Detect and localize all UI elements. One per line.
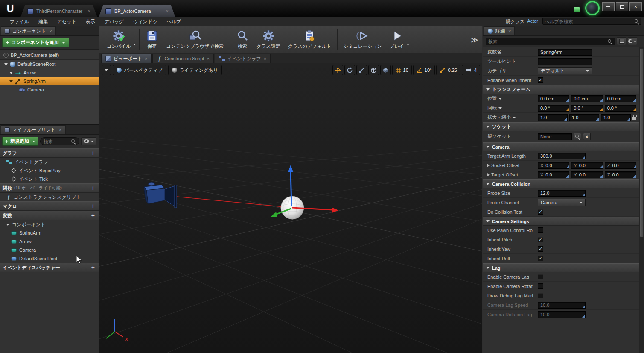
section-variables[interactable]: 変数 +: [0, 211, 99, 220]
component-row-arrow[interactable]: Arrow: [0, 68, 99, 77]
details-search-input[interactable]: [488, 39, 607, 44]
grid-snap-control[interactable]: 10: [392, 65, 412, 75]
expander-icon[interactable]: [487, 173, 490, 176]
location-z-field[interactable]: 0.0 cm: [605, 95, 636, 102]
add-macro-button[interactable]: +: [90, 203, 96, 209]
expander-icon[interactable]: [9, 72, 13, 74]
parent-class-link[interactable]: Actor: [527, 18, 538, 25]
section-event-dispatchers[interactable]: イベントディスパッチャー +: [0, 263, 99, 272]
rotation-label[interactable]: 回転: [487, 105, 538, 111]
scale-z-field[interactable]: 1.0: [601, 114, 631, 121]
scale-snap-control[interactable]: 0.25: [436, 65, 460, 75]
construction-script-item[interactable]: f コンストラクションスクリプト: [0, 193, 99, 201]
variable-name-field[interactable]: [540, 50, 590, 55]
event-tick-item[interactable]: イベント Tick: [0, 175, 99, 183]
expander-icon[interactable]: [486, 126, 490, 128]
target-offset-label[interactable]: Target Offset: [487, 172, 538, 177]
find-in-content-browser-button[interactable]: コンテンツブラウザで検索: [162, 28, 227, 51]
section-macros[interactable]: マクロ +: [0, 201, 99, 211]
expander-icon[interactable]: [6, 224, 9, 226]
close-button[interactable]: ×: [629, 2, 642, 11]
category-dropdown[interactable]: デフォルト: [538, 67, 592, 74]
toolbar-overflow-chevron[interactable]: ≫: [471, 35, 478, 44]
menu-item-window[interactable]: ウィンドウ: [128, 18, 162, 26]
inherit-pitch-checkbox[interactable]: ✓: [538, 237, 543, 242]
event-beginplay-item[interactable]: イベント BeginPlay: [0, 166, 99, 175]
component-row-self[interactable]: BP_ActorCamera (self): [0, 50, 99, 60]
variable-defaultsceneroot[interactable]: DefaultSceneRoot: [0, 254, 99, 263]
menu-item-edit[interactable]: 編集: [34, 18, 52, 26]
tab-construction-script[interactable]: f Construction Script ×: [152, 54, 213, 63]
visibility-eye-button[interactable]: [628, 37, 637, 45]
expander-icon[interactable]: [9, 80, 13, 82]
inherit-roll-checkbox[interactable]: ✓: [538, 256, 543, 261]
grid-snap-value[interactable]: 10: [403, 68, 408, 73]
probe-channel-dropdown[interactable]: Camera: [538, 199, 586, 206]
camera-speed-value[interactable]: 4: [474, 68, 477, 73]
variable-arrow[interactable]: Arrow: [0, 237, 99, 246]
close-icon[interactable]: ×: [264, 56, 266, 61]
variable-camera[interactable]: Camera: [0, 246, 99, 254]
location-y-field[interactable]: 0.0 cm: [571, 95, 603, 102]
camera-actor-mesh[interactable]: [144, 182, 177, 208]
variable-springarm[interactable]: SpringArm: [0, 229, 99, 237]
menu-item-help[interactable]: ヘルプ: [162, 18, 186, 26]
section-camera-collision[interactable]: Camera Collision: [483, 179, 639, 188]
add-variable-button[interactable]: +: [90, 213, 96, 218]
asset-tab-thirdpersoncharacter[interactable]: ThirdPersonCharacter ×: [20, 5, 97, 17]
location-label[interactable]: 位置: [487, 95, 538, 102]
viewport-options-button[interactable]: [102, 65, 111, 75]
expander-icon[interactable]: [486, 146, 490, 148]
viewport-3d[interactable]: X パースペクティブ ライティングあり: [99, 63, 482, 353]
close-icon[interactable]: ×: [207, 56, 209, 61]
move-tool-button[interactable]: [332, 65, 343, 75]
camera-speed-control[interactable]: 4: [462, 65, 480, 75]
my-blueprint-panel-tab[interactable]: マイブループリント ×: [1, 125, 66, 134]
perspective-button[interactable]: パースペクティブ: [113, 65, 166, 75]
menu-item-view[interactable]: 表示: [81, 18, 100, 26]
expander-icon[interactable]: [486, 220, 490, 222]
enable-camera-lag-checkbox[interactable]: [538, 274, 543, 279]
close-icon[interactable]: ×: [166, 9, 169, 14]
world-space-toggle[interactable]: [368, 65, 379, 75]
transform-gizmo[interactable]: [271, 165, 338, 217]
details-panel-tab[interactable]: 詳細 ×: [484, 26, 515, 35]
scale-snap-value[interactable]: 0.25: [448, 68, 457, 73]
expander-icon[interactable]: [486, 183, 490, 185]
visibility-filter-button[interactable]: [81, 137, 96, 145]
target-offset-z-field[interactable]: Z0.0: [605, 171, 636, 178]
expander-icon[interactable]: [486, 88, 490, 91]
editable-checkbox[interactable]: ✓: [538, 77, 543, 83]
target-offset-y-field[interactable]: Y0.0: [571, 171, 603, 178]
my-blueprint-search-input[interactable]: [44, 139, 71, 144]
rotation-snap-value[interactable]: 10°: [425, 68, 432, 73]
target-offset-x-field[interactable]: X0.0: [538, 171, 569, 178]
do-collision-test-checkbox[interactable]: ✓: [538, 209, 543, 215]
socket-clear-button[interactable]: ×: [583, 133, 591, 140]
play-button[interactable]: プレイ: [386, 28, 408, 51]
close-icon[interactable]: ×: [145, 56, 147, 61]
use-pawn-control-checkbox[interactable]: [538, 227, 543, 233]
variable-category-components[interactable]: コンポーネント: [0, 220, 99, 229]
lock-icon[interactable]: [632, 117, 636, 120]
close-icon[interactable]: ×: [508, 29, 511, 34]
section-socket[interactable]: ソケット: [483, 122, 639, 131]
component-row-springarm[interactable]: SpringArm: [0, 77, 99, 85]
expander-icon[interactable]: [486, 267, 490, 269]
play-options-caret[interactable]: [406, 44, 410, 45]
compile-options-caret[interactable]: [133, 44, 136, 45]
class-defaults-button[interactable]: クラスのデフォルト: [284, 28, 335, 51]
gizmo-z-arrow[interactable]: [291, 171, 291, 206]
add-dispatcher-button[interactable]: +: [90, 265, 96, 270]
socket-offset-z-field[interactable]: Z0.0: [605, 162, 636, 169]
add-new-button[interactable]: + 新規追加: [2, 137, 38, 146]
event-graph-item[interactable]: イベントグラフ: [0, 158, 99, 166]
search-button[interactable]: 検索: [232, 28, 253, 51]
menu-item-debug[interactable]: デバッグ: [100, 18, 128, 26]
close-icon[interactable]: ×: [50, 29, 52, 34]
location-x-field[interactable]: 0.0 cm: [538, 95, 569, 102]
close-icon[interactable]: ×: [88, 9, 90, 14]
enable-camera-rotation-lag-checkbox[interactable]: [538, 283, 543, 289]
add-component-button[interactable]: + コンポーネントを追加: [2, 38, 69, 47]
close-icon[interactable]: ×: [59, 127, 61, 132]
